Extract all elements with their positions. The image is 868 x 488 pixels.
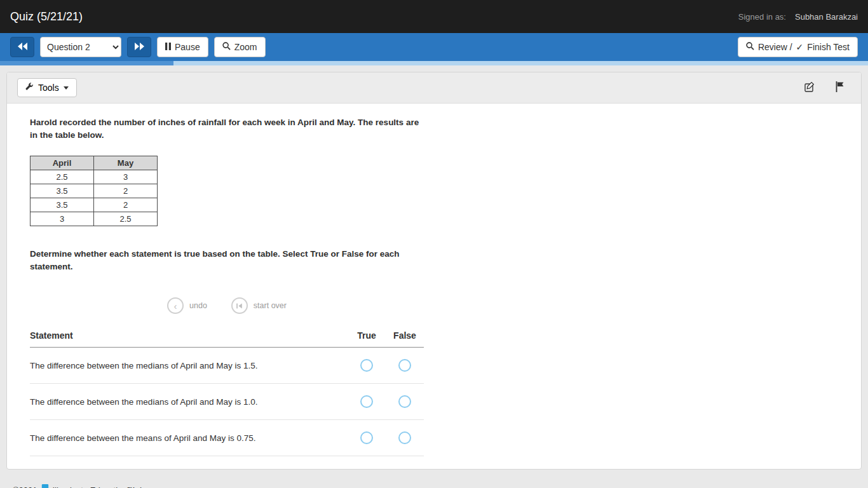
- answer-controls: ‹ undo start over: [30, 297, 424, 314]
- table-row: 2.5 3: [31, 170, 158, 184]
- review-magnifier-icon: [746, 42, 754, 52]
- false-column-header: False: [386, 325, 424, 348]
- radio-false[interactable]: [398, 395, 411, 408]
- start-over-label: start over: [254, 301, 287, 310]
- table-row: 3 2.5: [31, 212, 158, 226]
- radio-false[interactable]: [398, 359, 411, 372]
- statement-row: The difference between the medians of Ap…: [30, 384, 424, 420]
- cell-may: 3: [94, 170, 158, 184]
- review-label: Review /: [758, 42, 792, 52]
- review-finish-test-button[interactable]: Review / ✓ Finish Test: [738, 37, 858, 57]
- company-text: Illuminate Education™, Inc.: [53, 485, 153, 488]
- double-right-arrow-icon: [134, 42, 145, 53]
- edit-note-button[interactable]: [799, 79, 820, 96]
- pause-icon: [165, 42, 171, 52]
- card-action-icons: [799, 79, 851, 96]
- question-body: Harold recorded the number of inches of …: [7, 104, 861, 469]
- question-toolbar: Question 2 Pause Zoom Review / ✓ Finish …: [0, 33, 868, 61]
- previous-question-button[interactable]: [10, 37, 34, 57]
- rainfall-data-table: April May 2.5 3 3.5 2 3.5 2 3: [30, 156, 158, 226]
- undo-button[interactable]: ‹ undo: [167, 297, 207, 314]
- top-bar: Quiz (5/21/21) Signed in as: Subhan Bara…: [0, 0, 868, 33]
- cell-april: 2.5: [31, 170, 94, 184]
- undo-chevron-glyph: ‹: [174, 301, 177, 311]
- next-question-button[interactable]: [127, 37, 151, 57]
- start-over-icon: [231, 297, 248, 314]
- signed-in-area: Signed in as: Subhan Barakzai: [738, 12, 858, 22]
- copyright-text: ©2021: [13, 485, 37, 488]
- radio-false[interactable]: [398, 431, 411, 444]
- bookmark-tag-icon: [41, 484, 49, 488]
- zoom-label: Zoom: [234, 42, 257, 52]
- question-card: Tools Harold recorded the number of inch…: [6, 72, 862, 470]
- cell-may: 2.5: [94, 212, 158, 226]
- radio-true[interactable]: [360, 359, 373, 372]
- statement-text: The difference between the means of Apri…: [30, 420, 348, 456]
- table-row: 3.5 2: [31, 198, 158, 212]
- cell-may: 2: [94, 184, 158, 198]
- statements-table: Statement True False The difference betw…: [30, 325, 424, 456]
- cell-april: 3: [31, 212, 94, 226]
- tools-dropdown-button[interactable]: Tools: [17, 78, 77, 97]
- flag-icon: [836, 81, 844, 94]
- card-toolbar: Tools: [7, 72, 861, 104]
- flag-question-button[interactable]: [829, 79, 851, 96]
- finish-test-label: Finish Test: [807, 42, 850, 52]
- question-select[interactable]: Question 2: [40, 37, 121, 57]
- undo-icon: ‹: [167, 297, 184, 314]
- column-header-may: May: [94, 156, 158, 170]
- user-name: Subhan Barakzai: [795, 12, 858, 22]
- caret-down-icon: [64, 86, 69, 90]
- wrench-icon: [25, 83, 34, 93]
- pencil-square-icon: [804, 81, 815, 94]
- radio-true[interactable]: [360, 395, 373, 408]
- test-progress-bar: [0, 61, 868, 65]
- page-title: Quiz (5/21/21): [10, 10, 83, 24]
- cell-april: 3.5: [31, 184, 94, 198]
- cell-may: 2: [94, 198, 158, 212]
- statements-header-row: Statement True False: [30, 325, 424, 348]
- table-row: 3.5 2: [31, 184, 158, 198]
- pause-button[interactable]: Pause: [157, 37, 208, 57]
- statement-row: The difference between the means of Apri…: [30, 420, 424, 456]
- question-instruction-text: Determine whether each statement is true…: [30, 248, 424, 273]
- zoom-button[interactable]: Zoom: [214, 37, 266, 57]
- pause-label: Pause: [175, 42, 200, 52]
- true-column-header: True: [348, 325, 386, 348]
- test-progress-fill: [0, 61, 173, 65]
- statement-row: The difference between the medians of Ap…: [30, 348, 424, 384]
- tools-label: Tools: [38, 83, 59, 93]
- statement-column-header: Statement: [30, 325, 348, 348]
- statement-text: The difference between the medians of Ap…: [30, 384, 348, 420]
- double-left-arrow-icon: [17, 42, 28, 53]
- column-header-april: April: [31, 156, 94, 170]
- radio-true[interactable]: [360, 431, 373, 444]
- undo-label: undo: [189, 301, 207, 310]
- signed-in-label: Signed in as:: [738, 12, 786, 22]
- table-header-row: April May: [31, 156, 158, 170]
- magnifier-icon: [222, 42, 231, 52]
- page-footer: ©2021 Illuminate Education™, Inc.: [0, 476, 868, 488]
- question-intro-text: Harold recorded the number of inches of …: [30, 116, 424, 142]
- cell-april: 3.5: [31, 198, 94, 212]
- statement-text: The difference between the medians of Ap…: [30, 348, 348, 384]
- check-icon: ✓: [796, 42, 804, 52]
- start-over-button[interactable]: start over: [231, 297, 287, 314]
